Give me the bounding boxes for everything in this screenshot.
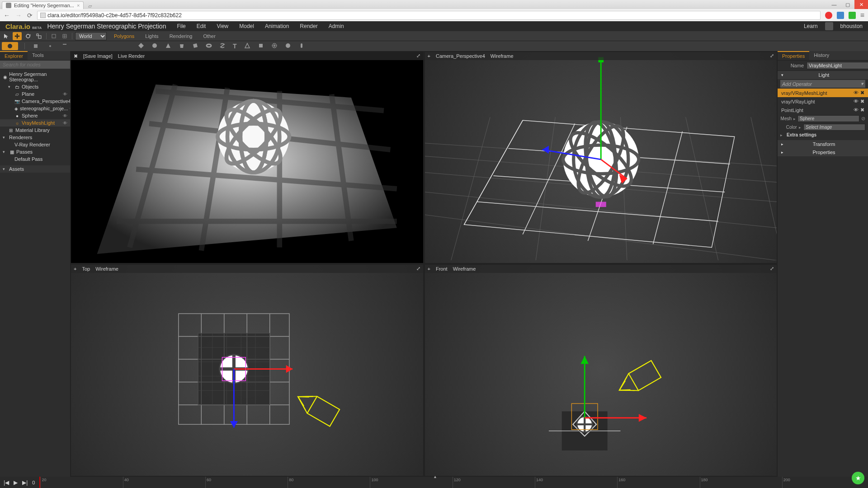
tree-item-sphere[interactable]: ● Sphere 👁 bbox=[0, 112, 70, 119]
new-tab-button[interactable]: ▱ bbox=[85, 3, 94, 9]
viewport-mode-select[interactable]: Wireframe bbox=[95, 266, 118, 272]
visibility-icon[interactable]: 👁 bbox=[63, 121, 67, 126]
clear-icon[interactable]: ⊘ bbox=[861, 116, 865, 122]
torus-primitive-icon[interactable] bbox=[206, 42, 212, 50]
chevron-right-icon[interactable]: ▸ bbox=[793, 117, 796, 121]
menu-edit[interactable]: Edit bbox=[197, 23, 206, 29]
username[interactable]: bhouston bbox=[840, 23, 863, 29]
go-to-end-button[interactable]: ▶| bbox=[22, 479, 28, 486]
knot-primitive-icon[interactable] bbox=[219, 42, 226, 50]
window-maximize-button[interactable]: ▢ bbox=[841, 0, 854, 9]
chevron-right-icon[interactable]: ▸ bbox=[799, 125, 802, 130]
window-close-button[interactable]: ✕ bbox=[854, 0, 868, 9]
back-button[interactable]: ← bbox=[4, 12, 10, 19]
viewport-top[interactable]: + Top Wireframe ⤢ bbox=[71, 265, 423, 476]
timeline-drag-handle[interactable]: ▴ bbox=[434, 474, 436, 479]
viewport-front[interactable]: + Front Wireframe ⤢ bbox=[425, 265, 777, 476]
objects-folder[interactable]: ▾ 🗀 Objects bbox=[0, 83, 70, 90]
color-select[interactable] bbox=[803, 124, 865, 131]
subtool-lights[interactable]: Lights bbox=[143, 33, 160, 40]
edit-mode-button[interactable] bbox=[46, 42, 55, 50]
app-logo[interactable]: Clara.io BETA bbox=[5, 23, 42, 30]
viewport-add-icon[interactable]: + bbox=[428, 53, 430, 59]
visibility-icon[interactable]: 👁 bbox=[63, 113, 67, 118]
tree-item-renderer[interactable]: V-Ray Renderer bbox=[0, 141, 70, 148]
viewport-camera-select[interactable]: Top bbox=[82, 266, 90, 272]
tree-item-plane[interactable]: ▱ Plane 👁 bbox=[0, 90, 70, 98]
move-tool[interactable] bbox=[13, 32, 22, 40]
user-avatar[interactable] bbox=[825, 22, 833, 30]
mesh-select[interactable] bbox=[797, 115, 859, 122]
shading-mode-button[interactable] bbox=[2, 42, 18, 50]
tab-explorer[interactable]: Explorer bbox=[0, 51, 28, 60]
subtool-polygons[interactable]: Polygons bbox=[112, 33, 136, 40]
timeline-track[interactable]: 20406080100120140160180200 bbox=[39, 477, 864, 488]
material-library[interactable]: ⊞ Material Library bbox=[0, 127, 70, 134]
viewport-camera-select[interactable]: Front bbox=[436, 266, 448, 272]
play-button[interactable]: ▶ bbox=[14, 479, 18, 486]
viewport-perspective[interactable]: + Camera_Perspective4 Wireframe ⤢ bbox=[425, 52, 777, 263]
live-render-button[interactable]: Live Render bbox=[118, 53, 145, 59]
collapse-icon[interactable]: ▾ bbox=[8, 84, 13, 89]
viewport-mode-select[interactable]: Wireframe bbox=[453, 266, 476, 272]
collapse-icon[interactable]: ▾ bbox=[3, 167, 7, 171]
reload-button[interactable]: ⟳ bbox=[27, 12, 33, 19]
tab-properties[interactable]: Properties bbox=[778, 51, 809, 60]
learn-link[interactable]: Learn bbox=[804, 23, 818, 29]
viewport-render[interactable]: ✖ [Save Image] Live Render ⤢ bbox=[71, 52, 423, 263]
search-nodes-input[interactable] bbox=[0, 61, 70, 69]
assets-folder[interactable]: ▾ Assets bbox=[0, 165, 70, 173]
diamond-primitive-icon[interactable] bbox=[138, 42, 144, 50]
collapse-icon[interactable]: ▾ bbox=[3, 135, 7, 140]
scale-tool[interactable] bbox=[34, 32, 43, 40]
pyramid-primitive-icon[interactable] bbox=[244, 42, 250, 50]
extension-icon[interactable] bbox=[825, 12, 832, 19]
current-frame[interactable]: 0 bbox=[32, 480, 35, 485]
snap-tool[interactable] bbox=[49, 32, 58, 40]
plane-primitive-icon[interactable] bbox=[192, 42, 198, 50]
help-fab[interactable]: ★ bbox=[852, 472, 864, 484]
scene-root[interactable]: ◉ Henry Segerman Stereograp... bbox=[0, 70, 70, 83]
subtool-rendering[interactable]: Rendering bbox=[168, 33, 194, 40]
extension-icon[interactable] bbox=[849, 12, 856, 19]
rotate-tool[interactable] bbox=[24, 32, 33, 40]
expand-icon[interactable]: ⤢ bbox=[770, 53, 774, 59]
window-minimize-button[interactable]: — bbox=[827, 0, 841, 9]
visibility-icon[interactable]: 👁 bbox=[854, 90, 859, 96]
extra-settings-toggle[interactable]: ▸ Extra settings bbox=[778, 131, 868, 138]
go-to-start-button[interactable]: |◀ bbox=[4, 479, 9, 486]
viewport-mode-select[interactable]: Wireframe bbox=[491, 53, 514, 59]
tree-item-mesh[interactable]: ◈ stereographic_proje... 👁 bbox=[0, 105, 70, 112]
tree-item-light[interactable]: ☼ VrayMeshLight 👁 bbox=[0, 119, 70, 127]
text-primitive-icon[interactable]: T bbox=[233, 42, 237, 50]
icosphere-primitive-icon[interactable] bbox=[271, 42, 278, 50]
sphere-primitive-icon[interactable] bbox=[151, 42, 158, 50]
browser-tab[interactable]: Editing "Henry Segerman... × bbox=[2, 1, 84, 9]
menu-model[interactable]: Model bbox=[239, 23, 254, 29]
edit-mode-button[interactable] bbox=[60, 42, 69, 50]
light-section-header[interactable]: ▾ Light bbox=[778, 71, 868, 79]
passes-folder[interactable]: ▾ ▦ Passes bbox=[0, 148, 70, 155]
coordinate-space-select[interactable]: World bbox=[75, 32, 107, 40]
circle-primitive-icon[interactable] bbox=[285, 42, 291, 50]
viewport-add-icon[interactable]: + bbox=[74, 266, 76, 272]
chrome-menu-icon[interactable]: ≡ bbox=[860, 11, 864, 19]
name-input[interactable] bbox=[807, 62, 868, 69]
subtool-other[interactable]: Other bbox=[201, 33, 217, 40]
operator-item[interactable]: vray/VRayLight 👁✖ bbox=[778, 97, 868, 106]
cone-primitive-icon[interactable] bbox=[165, 42, 171, 50]
menu-file[interactable]: File bbox=[177, 23, 185, 29]
operator-item[interactable]: vray/VRayMeshLight 👁✖ bbox=[778, 89, 868, 97]
tab-history[interactable]: History bbox=[809, 51, 834, 60]
operator-item[interactable]: PointLight 👁✖ bbox=[778, 106, 868, 114]
expand-icon[interactable]: ⤢ bbox=[770, 266, 774, 272]
menu-admin[interactable]: Admin bbox=[329, 23, 344, 29]
add-operator-input[interactable]: Add Operator ▾ bbox=[780, 80, 865, 88]
delete-icon[interactable]: ✖ bbox=[860, 99, 864, 104]
properties-section-header[interactable]: ▸ Properties bbox=[778, 148, 868, 156]
select-tool[interactable] bbox=[2, 32, 11, 40]
menu-render[interactable]: Render bbox=[300, 23, 317, 29]
delete-icon[interactable]: ✖ bbox=[860, 90, 864, 96]
tab-close-icon[interactable]: × bbox=[77, 3, 80, 8]
visibility-icon[interactable]: 👁 bbox=[854, 107, 859, 113]
